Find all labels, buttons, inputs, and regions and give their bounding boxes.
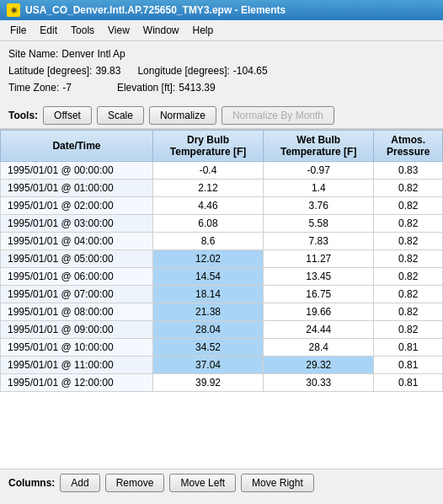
- offset-button[interactable]: Offset: [43, 106, 92, 125]
- table-row[interactable]: 1995/01/01 @ 01:00:002.121.40.82: [1, 179, 443, 196]
- title-bar: ☀ USA_CO_Denver.Intl.AP.725650_TMY3.epw …: [0, 0, 443, 20]
- table-row[interactable]: 1995/01/01 @ 11:00:0037.0429.320.81: [1, 356, 443, 373]
- cell-drybulb: 8.6: [152, 232, 263, 249]
- cell-atmos: 0.81: [374, 373, 443, 391]
- table-row[interactable]: 1995/01/01 @ 08:00:0021.3819.660.82: [1, 303, 443, 320]
- cell-drybulb: -0.4: [152, 161, 263, 179]
- cell-datetime: 1995/01/01 @ 07:00:00: [1, 285, 153, 303]
- app-icon: ☀: [7, 3, 20, 17]
- latitude-value: 39.83: [95, 63, 120, 79]
- menu-view[interactable]: View: [101, 22, 136, 39]
- cell-datetime: 1995/01/01 @ 10:00:00: [1, 338, 153, 356]
- cell-datetime: 1995/01/01 @ 02:00:00: [1, 196, 153, 214]
- remove-column-button[interactable]: Remove: [105, 474, 165, 492]
- cell-datetime: 1995/01/01 @ 03:00:00: [1, 214, 153, 232]
- cell-wetbulb: 28.4: [264, 338, 374, 356]
- table-row[interactable]: 1995/01/01 @ 12:00:0039.9230.330.81: [1, 373, 443, 391]
- cell-wetbulb: 11.27: [264, 249, 374, 267]
- cell-atmos: 0.81: [374, 338, 443, 356]
- menu-help[interactable]: Help: [186, 22, 221, 39]
- cell-wetbulb: 29.32: [264, 356, 374, 373]
- cell-wetbulb: 16.75: [264, 285, 374, 303]
- cell-atmos: 0.82: [374, 320, 443, 338]
- cell-datetime: 1995/01/01 @ 01:00:00: [1, 179, 153, 196]
- cell-atmos: 0.82: [374, 249, 443, 267]
- longitude-label: Longitude [degrees]:: [137, 63, 229, 79]
- longitude-value: -104.65: [233, 63, 268, 79]
- cell-drybulb: 14.54: [152, 267, 263, 285]
- move-left-button[interactable]: Move Left: [169, 474, 236, 492]
- columns-label: Columns:: [8, 477, 55, 489]
- table-row[interactable]: 1995/01/01 @ 10:00:0034.5228.40.81: [1, 338, 443, 356]
- elevation-label: Elevation [ft]:: [117, 80, 175, 96]
- cell-drybulb: 12.02: [152, 249, 263, 267]
- cell-wetbulb: 7.83: [264, 232, 374, 249]
- cell-drybulb: 21.38: [152, 303, 263, 320]
- cell-datetime: 1995/01/01 @ 06:00:00: [1, 267, 153, 285]
- table-row[interactable]: 1995/01/01 @ 00:00:00-0.4-0.970.83: [1, 161, 443, 179]
- cell-drybulb: 28.04: [152, 320, 263, 338]
- normalize-by-month-button[interactable]: Normalize By Month: [222, 106, 334, 125]
- table-row[interactable]: 1995/01/01 @ 05:00:0012.0211.270.82: [1, 249, 443, 267]
- table-row[interactable]: 1995/01/01 @ 09:00:0028.0424.440.82: [1, 320, 443, 338]
- cell-wetbulb: 24.44: [264, 320, 374, 338]
- table-row[interactable]: 1995/01/01 @ 03:00:006.085.580.82: [1, 214, 443, 232]
- table-row[interactable]: 1995/01/01 @ 06:00:0014.5413.450.82: [1, 267, 443, 285]
- tools-bar: Tools: Offset Scale Normalize Normalize …: [0, 103, 443, 129]
- menu-tools[interactable]: Tools: [64, 22, 101, 39]
- cell-atmos: 0.82: [374, 267, 443, 285]
- cell-datetime: 1995/01/01 @ 11:00:00: [1, 356, 153, 373]
- cell-drybulb: 6.08: [152, 214, 263, 232]
- timezone-value: -7: [62, 80, 72, 96]
- col-header-atmos: Atmos.Pressure: [374, 130, 443, 161]
- cell-datetime: 1995/01/01 @ 12:00:00: [1, 373, 153, 391]
- cell-drybulb: 34.52: [152, 338, 263, 356]
- cell-atmos: 0.82: [374, 285, 443, 303]
- scale-button[interactable]: Scale: [97, 106, 144, 125]
- cell-atmos: 0.82: [374, 179, 443, 196]
- col-header-drybulb: Dry BulbTemperature [F]: [152, 130, 263, 161]
- cell-drybulb: 4.46: [152, 196, 263, 214]
- menu-window[interactable]: Window: [136, 22, 186, 39]
- cell-datetime: 1995/01/01 @ 08:00:00: [1, 303, 153, 320]
- cell-wetbulb: -0.97: [264, 161, 374, 179]
- menu-bar: File Edit Tools View Window Help: [0, 20, 443, 41]
- cell-atmos: 0.82: [374, 214, 443, 232]
- cell-wetbulb: 3.76: [264, 196, 374, 214]
- cell-datetime: 1995/01/01 @ 00:00:00: [1, 161, 153, 179]
- cell-atmos: 0.83: [374, 161, 443, 179]
- cell-wetbulb: 5.58: [264, 214, 374, 232]
- cell-datetime: 1995/01/01 @ 09:00:00: [1, 320, 153, 338]
- data-table-container[interactable]: Date/Time Dry BulbTemperature [F] Wet Bu…: [0, 129, 443, 469]
- move-right-button[interactable]: Move Right: [241, 474, 314, 492]
- col-header-datetime: Date/Time: [1, 130, 153, 161]
- data-table: Date/Time Dry BulbTemperature [F] Wet Bu…: [0, 130, 443, 392]
- bottom-bar: Columns: Add Remove Move Left Move Right: [0, 469, 443, 496]
- normalize-button[interactable]: Normalize: [149, 106, 216, 125]
- menu-edit[interactable]: Edit: [33, 22, 64, 39]
- cell-atmos: 0.82: [374, 303, 443, 320]
- cell-atmos: 0.82: [374, 232, 443, 249]
- table-row[interactable]: 1995/01/01 @ 04:00:008.67.830.82: [1, 232, 443, 249]
- cell-atmos: 0.81: [374, 356, 443, 373]
- table-row[interactable]: 1995/01/01 @ 07:00:0018.1416.750.82: [1, 285, 443, 303]
- latitude-label: Latitude [degrees]:: [8, 63, 92, 79]
- cell-wetbulb: 30.33: [264, 373, 374, 391]
- menu-file[interactable]: File: [3, 22, 33, 39]
- cell-datetime: 1995/01/01 @ 04:00:00: [1, 232, 153, 249]
- cell-wetbulb: 19.66: [264, 303, 374, 320]
- table-row[interactable]: 1995/01/01 @ 02:00:004.463.760.82: [1, 196, 443, 214]
- tools-label: Tools:: [8, 110, 38, 121]
- cell-drybulb: 39.92: [152, 373, 263, 391]
- cell-drybulb: 37.04: [152, 356, 263, 373]
- cell-wetbulb: 1.4: [264, 179, 374, 196]
- cell-drybulb: 18.14: [152, 285, 263, 303]
- col-header-wetbulb: Wet BulbTemperature [F]: [264, 130, 374, 161]
- site-name-value: Denver Intl Ap: [61, 46, 125, 62]
- site-name-label: Site Name:: [8, 46, 58, 62]
- add-column-button[interactable]: Add: [60, 474, 99, 492]
- info-section: Site Name: Denver Intl Ap Latitude [degr…: [0, 41, 443, 103]
- cell-atmos: 0.82: [374, 196, 443, 214]
- window-title: USA_CO_Denver.Intl.AP.725650_TMY3.epw - …: [25, 4, 286, 16]
- timezone-label: Time Zone:: [8, 80, 59, 96]
